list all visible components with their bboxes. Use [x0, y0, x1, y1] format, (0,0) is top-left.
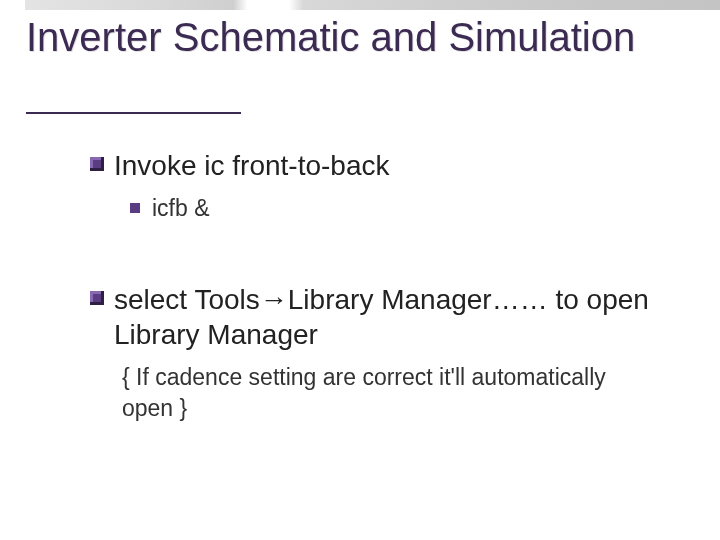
- bullet-level1: Invoke ic front-to-back: [90, 148, 660, 183]
- bullet-text: { If cadence setting are correct it'll a…: [122, 362, 660, 424]
- bullet-text: icfb &: [152, 195, 210, 222]
- square-bullet-icon: [130, 203, 140, 213]
- diamond-bullet-icon: [90, 291, 104, 305]
- text-part: select Tools: [114, 284, 260, 315]
- title-underline: [26, 112, 241, 114]
- bullet-level2: icfb &: [130, 195, 660, 222]
- slide-body: Invoke ic front-to-back icfb & select To…: [90, 140, 660, 424]
- bullet-text: Invoke ic front-to-back: [114, 148, 389, 183]
- slide-top-divider: [25, 0, 720, 10]
- bullet-text: select Tools→Library Manager…… to open L…: [114, 282, 660, 352]
- bullet-level1: select Tools→Library Manager…… to open L…: [90, 282, 660, 352]
- slide: Inverter Schematic and Simulation Invoke…: [0, 0, 720, 540]
- bullet-level3: { If cadence setting are correct it'll a…: [122, 362, 660, 424]
- diamond-bullet-icon: [90, 157, 104, 171]
- arrow-icon: →: [260, 284, 288, 315]
- slide-title: Inverter Schematic and Simulation: [26, 14, 690, 60]
- spacer: [90, 240, 660, 274]
